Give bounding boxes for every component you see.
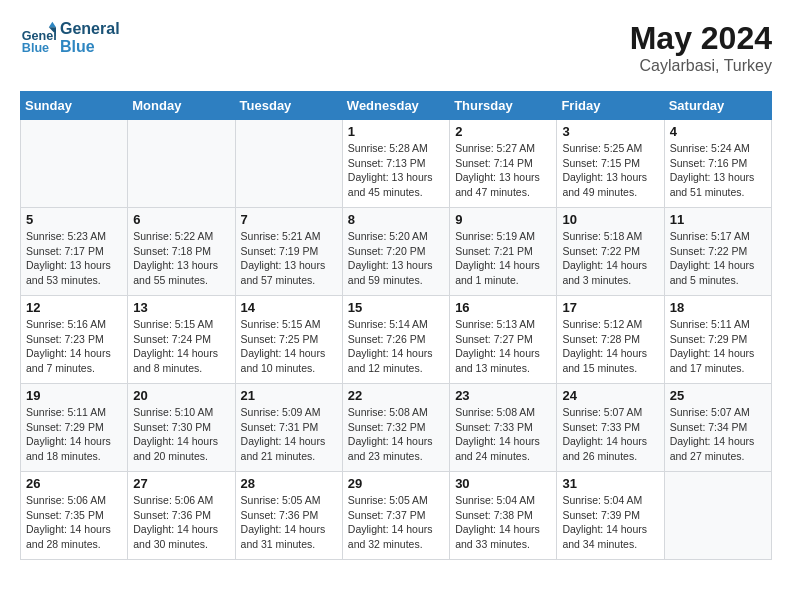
day-info-11: Sunrise: 5:17 AM Sunset: 7:22 PM Dayligh… <box>670 229 766 288</box>
calendar-table: SundayMondayTuesdayWednesdayThursdayFrid… <box>20 91 772 560</box>
day-cell-10: 10Sunrise: 5:18 AM Sunset: 7:22 PM Dayli… <box>557 208 664 296</box>
day-number-5: 5 <box>26 212 122 227</box>
day-cell-3: 3Sunrise: 5:25 AM Sunset: 7:15 PM Daylig… <box>557 120 664 208</box>
day-number-20: 20 <box>133 388 229 403</box>
day-cell-30: 30Sunrise: 5:04 AM Sunset: 7:38 PM Dayli… <box>450 472 557 560</box>
month-year: May 2024 <box>630 20 772 57</box>
day-info-12: Sunrise: 5:16 AM Sunset: 7:23 PM Dayligh… <box>26 317 122 376</box>
day-info-21: Sunrise: 5:09 AM Sunset: 7:31 PM Dayligh… <box>241 405 337 464</box>
day-cell-22: 22Sunrise: 5:08 AM Sunset: 7:32 PM Dayli… <box>342 384 449 472</box>
day-number-6: 6 <box>133 212 229 227</box>
logo-line1: General <box>60 20 120 38</box>
day-number-23: 23 <box>455 388 551 403</box>
day-cell-5: 5Sunrise: 5:23 AM Sunset: 7:17 PM Daylig… <box>21 208 128 296</box>
day-info-5: Sunrise: 5:23 AM Sunset: 7:17 PM Dayligh… <box>26 229 122 288</box>
day-cell-14: 14Sunrise: 5:15 AM Sunset: 7:25 PM Dayli… <box>235 296 342 384</box>
day-number-25: 25 <box>670 388 766 403</box>
day-number-22: 22 <box>348 388 444 403</box>
week-row-1: 1Sunrise: 5:28 AM Sunset: 7:13 PM Daylig… <box>21 120 772 208</box>
day-cell-25: 25Sunrise: 5:07 AM Sunset: 7:34 PM Dayli… <box>664 384 771 472</box>
day-number-17: 17 <box>562 300 658 315</box>
day-cell-24: 24Sunrise: 5:07 AM Sunset: 7:33 PM Dayli… <box>557 384 664 472</box>
day-cell-13: 13Sunrise: 5:15 AM Sunset: 7:24 PM Dayli… <box>128 296 235 384</box>
logo-line2: Blue <box>60 38 120 56</box>
day-info-13: Sunrise: 5:15 AM Sunset: 7:24 PM Dayligh… <box>133 317 229 376</box>
day-cell-29: 29Sunrise: 5:05 AM Sunset: 7:37 PM Dayli… <box>342 472 449 560</box>
day-info-28: Sunrise: 5:05 AM Sunset: 7:36 PM Dayligh… <box>241 493 337 552</box>
day-cell-empty <box>128 120 235 208</box>
day-cell-17: 17Sunrise: 5:12 AM Sunset: 7:28 PM Dayli… <box>557 296 664 384</box>
day-number-3: 3 <box>562 124 658 139</box>
weekday-header-row: SundayMondayTuesdayWednesdayThursdayFrid… <box>21 92 772 120</box>
day-info-16: Sunrise: 5:13 AM Sunset: 7:27 PM Dayligh… <box>455 317 551 376</box>
logo-icon: General Blue <box>20 20 56 56</box>
day-number-18: 18 <box>670 300 766 315</box>
day-cell-18: 18Sunrise: 5:11 AM Sunset: 7:29 PM Dayli… <box>664 296 771 384</box>
day-info-9: Sunrise: 5:19 AM Sunset: 7:21 PM Dayligh… <box>455 229 551 288</box>
day-cell-11: 11Sunrise: 5:17 AM Sunset: 7:22 PM Dayli… <box>664 208 771 296</box>
day-number-10: 10 <box>562 212 658 227</box>
day-cell-31: 31Sunrise: 5:04 AM Sunset: 7:39 PM Dayli… <box>557 472 664 560</box>
day-info-14: Sunrise: 5:15 AM Sunset: 7:25 PM Dayligh… <box>241 317 337 376</box>
day-cell-8: 8Sunrise: 5:20 AM Sunset: 7:20 PM Daylig… <box>342 208 449 296</box>
day-info-22: Sunrise: 5:08 AM Sunset: 7:32 PM Dayligh… <box>348 405 444 464</box>
day-number-15: 15 <box>348 300 444 315</box>
day-info-27: Sunrise: 5:06 AM Sunset: 7:36 PM Dayligh… <box>133 493 229 552</box>
day-info-4: Sunrise: 5:24 AM Sunset: 7:16 PM Dayligh… <box>670 141 766 200</box>
week-row-3: 12Sunrise: 5:16 AM Sunset: 7:23 PM Dayli… <box>21 296 772 384</box>
day-cell-21: 21Sunrise: 5:09 AM Sunset: 7:31 PM Dayli… <box>235 384 342 472</box>
day-number-2: 2 <box>455 124 551 139</box>
day-info-7: Sunrise: 5:21 AM Sunset: 7:19 PM Dayligh… <box>241 229 337 288</box>
day-cell-12: 12Sunrise: 5:16 AM Sunset: 7:23 PM Dayli… <box>21 296 128 384</box>
day-info-3: Sunrise: 5:25 AM Sunset: 7:15 PM Dayligh… <box>562 141 658 200</box>
day-number-30: 30 <box>455 476 551 491</box>
day-number-21: 21 <box>241 388 337 403</box>
weekday-header-wednesday: Wednesday <box>342 92 449 120</box>
day-number-1: 1 <box>348 124 444 139</box>
weekday-header-monday: Monday <box>128 92 235 120</box>
day-cell-16: 16Sunrise: 5:13 AM Sunset: 7:27 PM Dayli… <box>450 296 557 384</box>
day-info-15: Sunrise: 5:14 AM Sunset: 7:26 PM Dayligh… <box>348 317 444 376</box>
day-number-8: 8 <box>348 212 444 227</box>
day-info-1: Sunrise: 5:28 AM Sunset: 7:13 PM Dayligh… <box>348 141 444 200</box>
day-cell-2: 2Sunrise: 5:27 AM Sunset: 7:14 PM Daylig… <box>450 120 557 208</box>
day-cell-23: 23Sunrise: 5:08 AM Sunset: 7:33 PM Dayli… <box>450 384 557 472</box>
day-cell-20: 20Sunrise: 5:10 AM Sunset: 7:30 PM Dayli… <box>128 384 235 472</box>
day-info-31: Sunrise: 5:04 AM Sunset: 7:39 PM Dayligh… <box>562 493 658 552</box>
day-number-27: 27 <box>133 476 229 491</box>
logo: General Blue General Blue <box>20 20 120 56</box>
svg-text:Blue: Blue <box>22 41 49 55</box>
weekday-header-friday: Friday <box>557 92 664 120</box>
day-cell-6: 6Sunrise: 5:22 AM Sunset: 7:18 PM Daylig… <box>128 208 235 296</box>
title-block: May 2024 Caylarbasi, Turkey <box>630 20 772 75</box>
week-row-4: 19Sunrise: 5:11 AM Sunset: 7:29 PM Dayli… <box>21 384 772 472</box>
day-cell-26: 26Sunrise: 5:06 AM Sunset: 7:35 PM Dayli… <box>21 472 128 560</box>
day-number-16: 16 <box>455 300 551 315</box>
day-info-24: Sunrise: 5:07 AM Sunset: 7:33 PM Dayligh… <box>562 405 658 464</box>
weekday-header-thursday: Thursday <box>450 92 557 120</box>
day-number-29: 29 <box>348 476 444 491</box>
day-info-30: Sunrise: 5:04 AM Sunset: 7:38 PM Dayligh… <box>455 493 551 552</box>
day-info-25: Sunrise: 5:07 AM Sunset: 7:34 PM Dayligh… <box>670 405 766 464</box>
weekday-header-sunday: Sunday <box>21 92 128 120</box>
day-info-2: Sunrise: 5:27 AM Sunset: 7:14 PM Dayligh… <box>455 141 551 200</box>
weekday-header-tuesday: Tuesday <box>235 92 342 120</box>
day-info-10: Sunrise: 5:18 AM Sunset: 7:22 PM Dayligh… <box>562 229 658 288</box>
weekday-header-saturday: Saturday <box>664 92 771 120</box>
day-info-20: Sunrise: 5:10 AM Sunset: 7:30 PM Dayligh… <box>133 405 229 464</box>
day-number-13: 13 <box>133 300 229 315</box>
day-cell-28: 28Sunrise: 5:05 AM Sunset: 7:36 PM Dayli… <box>235 472 342 560</box>
day-cell-15: 15Sunrise: 5:14 AM Sunset: 7:26 PM Dayli… <box>342 296 449 384</box>
day-number-7: 7 <box>241 212 337 227</box>
location: Caylarbasi, Turkey <box>630 57 772 75</box>
day-number-28: 28 <box>241 476 337 491</box>
day-number-31: 31 <box>562 476 658 491</box>
day-number-19: 19 <box>26 388 122 403</box>
day-info-26: Sunrise: 5:06 AM Sunset: 7:35 PM Dayligh… <box>26 493 122 552</box>
day-info-17: Sunrise: 5:12 AM Sunset: 7:28 PM Dayligh… <box>562 317 658 376</box>
day-number-24: 24 <box>562 388 658 403</box>
day-number-26: 26 <box>26 476 122 491</box>
day-cell-1: 1Sunrise: 5:28 AM Sunset: 7:13 PM Daylig… <box>342 120 449 208</box>
week-row-2: 5Sunrise: 5:23 AM Sunset: 7:17 PM Daylig… <box>21 208 772 296</box>
day-cell-27: 27Sunrise: 5:06 AM Sunset: 7:36 PM Dayli… <box>128 472 235 560</box>
